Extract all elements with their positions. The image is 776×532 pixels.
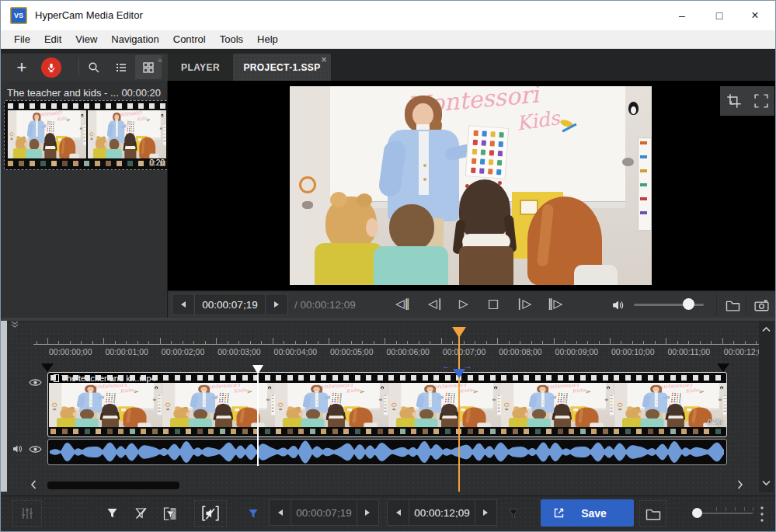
filter-button[interactable] [99, 500, 126, 527]
kid3-band-1 [217, 405, 218, 405]
range-filter-icon[interactable] [242, 500, 265, 527]
snapshot-button[interactable] [750, 295, 773, 315]
open-folder-button[interactable] [721, 295, 744, 315]
go-to-start-button[interactable]: ◁∥ [395, 297, 410, 311]
film-perforation [51, 103, 57, 109]
scroll-left-icon[interactable] [30, 480, 37, 489]
time-step-back-button[interactable] [172, 294, 194, 315]
poster-mark [158, 408, 161, 409]
timeline-ruler[interactable]: 00:00:00;0000:00:01;0000:00:02;0000:00:0… [1, 318, 760, 361]
alphabet-letter [450, 399, 451, 401]
range-end-forward-button[interactable] [475, 500, 496, 525]
menu-help[interactable]: Help [250, 33, 285, 45]
alphabet-letter [673, 399, 675, 401]
maximize-button[interactable]: □ [708, 5, 731, 26]
alphabet-letter [49, 128, 50, 130]
vertical-scrollbar[interactable] [759, 322, 774, 492]
list-view-button[interactable] [108, 55, 134, 79]
timeline-audio-clip[interactable] [47, 439, 727, 465]
current-time-display[interactable]: 00:00:07;19 [194, 294, 266, 315]
tab-close-icon[interactable]: × [322, 55, 327, 64]
range-start-display[interactable]: 00:00:07;19 [291, 500, 358, 525]
alphabet-letter [109, 397, 110, 398]
kid3-band-1 [126, 134, 127, 135]
horizontal-scrollbar-thumb[interactable] [47, 482, 179, 489]
kid1-face [638, 412, 642, 416]
poster-mark [84, 123, 85, 124]
play-button[interactable]: ▷ [459, 297, 468, 311]
step-back-button[interactable]: ◁∣ [428, 297, 443, 311]
poster-mark [497, 398, 499, 399]
save-button[interactable]: Save [541, 499, 634, 527]
film-perforation [96, 429, 101, 434]
kid3-band-1 [443, 405, 444, 405]
alphabet-letter [471, 168, 475, 173]
more-options-button[interactable] [760, 506, 764, 523]
menu-control[interactable]: Control [166, 33, 213, 45]
scroll-down-icon[interactable] [762, 480, 771, 486]
timeline-zoom-thumb[interactable] [692, 508, 702, 518]
close-button[interactable]: × [743, 5, 767, 26]
thumbnail-filmstrip: MontessoriKidsMontessoriKids [5, 102, 167, 169]
media-item-title[interactable]: The teacher and kids - ... [7, 87, 124, 99]
range-start-forward-button[interactable] [357, 500, 378, 525]
mute-selection-button[interactable] [194, 500, 227, 527]
kid3-band-2 [498, 181, 502, 185]
tab-player[interactable]: PLAYER [168, 54, 233, 81]
scroll-right-icon[interactable] [737, 480, 743, 489]
range-start-back-button[interactable] [270, 500, 291, 525]
go-to-end-button[interactable]: ∥▷ [548, 297, 562, 311]
penguin-belly [607, 388, 609, 389]
media-item-thumbnail[interactable]: MontessoriKidsMontessoriKids 0:20 [4, 100, 169, 170]
shelf-toy-ring [278, 403, 284, 407]
scroll-up-icon[interactable] [762, 326, 771, 332]
range-apply-filter-icon[interactable] [502, 500, 525, 527]
add-media-button[interactable]: + [9, 55, 35, 79]
range-end-display[interactable]: 00:00:12;09 [409, 500, 476, 525]
film-perforation [107, 429, 113, 434]
film-perforation [242, 429, 248, 434]
mixer-button[interactable] [12, 500, 42, 527]
filter-selection-button[interactable] [156, 500, 183, 527]
edit-point-marker[interactable] [252, 365, 263, 374]
menu-view[interactable]: View [68, 33, 104, 45]
volume-icon[interactable] [607, 295, 630, 315]
menu-edit[interactable]: Edit [37, 33, 68, 45]
wall-stone [266, 398, 270, 400]
video-preview[interactable]: MontessoriKids [290, 86, 652, 285]
crop-icon[interactable] [726, 93, 742, 109]
clip-start-marker[interactable] [41, 363, 54, 372]
minimize-button[interactable]: – [670, 5, 694, 26]
menu-navigation[interactable]: Navigation [104, 33, 165, 45]
menu-tools[interactable]: Tools [213, 33, 250, 45]
video-track-visibility-icon[interactable] [29, 377, 42, 388]
audio-track-mute-icon[interactable] [12, 443, 24, 454]
kid1-curl2 [522, 407, 527, 410]
search-button[interactable] [81, 55, 107, 79]
film-perforation [524, 375, 529, 381]
range-end-back-button[interactable] [388, 500, 409, 525]
fullscreen-icon[interactable] [754, 94, 768, 108]
clip-end-marker[interactable] [717, 363, 729, 372]
audio-track-visibility-icon[interactable] [29, 444, 42, 454]
timeline-zoom-slider[interactable] [694, 513, 753, 514]
step-forward-button[interactable]: ∣▷ [517, 297, 531, 311]
stop-button[interactable]: □ [488, 297, 499, 311]
playhead-handle[interactable] [452, 327, 466, 338]
trim-left-arrow-icon[interactable]: ← [442, 361, 451, 370]
output-folder-button[interactable] [639, 500, 667, 527]
playhead-line[interactable] [458, 327, 460, 492]
time-step-forward-button[interactable] [266, 294, 287, 315]
menu-file[interactable]: File [7, 33, 37, 45]
collapse-panel-icon[interactable]: « [158, 55, 162, 64]
poster-mark [723, 395, 726, 396]
clear-filter-button[interactable] [127, 500, 155, 527]
poster-mark [385, 405, 387, 405]
trim-handle[interactable] [453, 369, 465, 378]
film-perforation [141, 375, 146, 381]
volume-slider-thumb[interactable] [683, 298, 694, 310]
record-button[interactable] [38, 55, 64, 79]
timeline-video-clip[interactable]: The teacher and ki...mp4 0:20 Montessori… [47, 372, 727, 437]
ruler-tick [261, 341, 262, 344]
tab-project[interactable]: PROJECT-1.SSP × [233, 54, 331, 81]
